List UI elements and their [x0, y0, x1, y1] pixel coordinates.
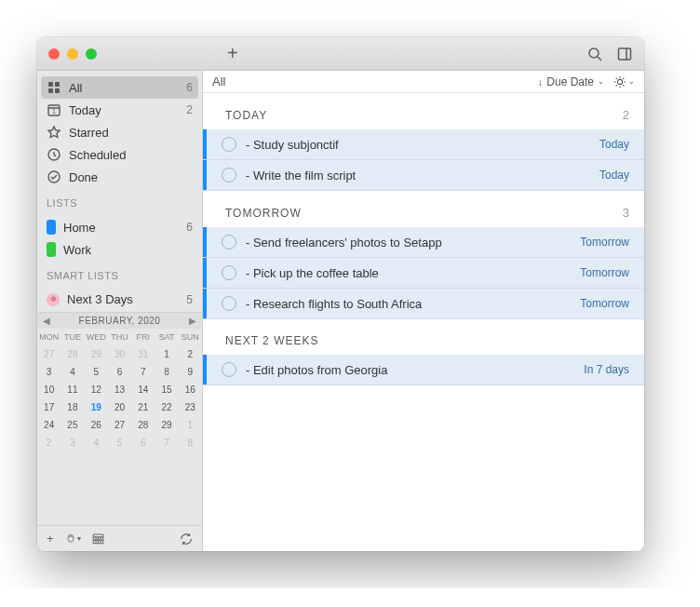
cal-day[interactable]: 15 [155, 381, 178, 398]
cal-day[interactable]: 5 [108, 434, 131, 452]
cal-day[interactable]: 11 [61, 381, 84, 398]
calendar-1-icon: 1 [47, 102, 61, 117]
cal-day[interactable]: 31 [131, 345, 155, 363]
cal-day[interactable]: 13 [108, 381, 131, 398]
calendar-toggle-button[interactable] [92, 533, 104, 545]
cal-day[interactable]: 28 [61, 345, 84, 363]
cal-day[interactable]: 27 [37, 345, 61, 363]
cal-day[interactable]: 4 [61, 363, 84, 381]
sync-button[interactable] [180, 533, 193, 546]
cal-day[interactable]: 29 [155, 416, 178, 434]
cal-day[interactable]: 5 [85, 363, 108, 381]
cal-day[interactable]: 8 [179, 434, 202, 452]
task-row[interactable]: - Edit photos from GeorgiaIn 7 days [203, 355, 644, 385]
check-icon [47, 169, 61, 184]
task-due: In 7 days [584, 363, 629, 376]
cal-prev-button[interactable]: ◀ [43, 316, 50, 326]
cal-day[interactable]: 25 [61, 416, 84, 434]
cal-day[interactable]: 2 [179, 345, 202, 363]
close-button[interactable] [48, 48, 60, 60]
lists-header: LISTS [37, 190, 202, 210]
sidebar-item-starred[interactable]: Starred [37, 121, 202, 143]
svg-point-19 [617, 79, 622, 84]
cal-day[interactable]: 30 [108, 345, 131, 363]
cal-day[interactable]: 24 [37, 416, 61, 434]
cal-dow: SAT [155, 329, 178, 345]
cal-day[interactable]: 22 [155, 398, 178, 416]
task-row[interactable]: - Study subjonctifToday [203, 129, 644, 160]
cal-dow: TUE [61, 329, 84, 345]
cal-day[interactable]: 29 [85, 345, 108, 363]
cal-day[interactable]: 28 [131, 416, 155, 434]
cal-dow: SUN [179, 329, 202, 345]
task-checkbox[interactable] [222, 296, 236, 311]
view-options-button[interactable]: ⌄ [613, 75, 635, 88]
sidebar-item-all[interactable]: All6 [41, 76, 198, 99]
task-row[interactable]: - Pick up the coffee tableTomorrow [203, 258, 644, 289]
task-due: Today [599, 138, 629, 151]
svg-line-24 [616, 77, 617, 78]
cal-day[interactable]: 16 [179, 381, 202, 398]
task-title: - Send freelancers' photos to Setapp [246, 236, 580, 250]
cal-day[interactable]: 18 [61, 398, 84, 416]
task-checkbox[interactable] [222, 265, 236, 280]
sidebar: All61Today2StarredScheduledDone LISTS Ho… [37, 71, 203, 551]
list-title: All [212, 74, 538, 88]
sidebar-item-scheduled[interactable]: Scheduled [37, 143, 202, 166]
add-task-button[interactable]: + [227, 43, 238, 64]
cal-day[interactable]: 19 [85, 398, 108, 416]
cal-dow: MON [37, 329, 61, 345]
task-row[interactable]: - Write the film scriptToday [203, 160, 644, 191]
cal-day[interactable]: 12 [85, 381, 108, 398]
zoom-button[interactable] [86, 48, 97, 60]
task-checkbox[interactable] [222, 235, 236, 250]
cal-next-button[interactable]: ▶ [189, 316, 196, 326]
sidebar-footer: + ▾ [37, 525, 202, 551]
task-checkbox[interactable] [222, 362, 236, 377]
cal-day[interactable]: 6 [108, 363, 131, 381]
cal-day[interactable]: 14 [131, 381, 155, 398]
sidebar-smartlist[interactable]: ✽Next 3 Days5 [37, 289, 202, 310]
sidebar-item-count: 5 [186, 293, 193, 306]
panel-toggle-icon[interactable] [616, 46, 633, 62]
cal-day[interactable]: 1 [155, 345, 178, 363]
task-checkbox[interactable] [222, 168, 236, 182]
cal-day[interactable]: 26 [85, 416, 108, 434]
cal-dow: WED [85, 329, 108, 345]
section-count: 2 [623, 108, 629, 122]
cal-day[interactable]: 10 [37, 381, 61, 398]
settings-button[interactable]: ▾ [65, 533, 81, 545]
titlebar: + [37, 37, 644, 71]
cal-day[interactable]: 17 [37, 398, 61, 416]
cal-day[interactable]: 23 [179, 398, 202, 416]
minimize-button[interactable] [67, 48, 78, 60]
task-checkbox[interactable] [222, 137, 236, 152]
cal-day[interactable]: 1 [179, 416, 202, 434]
sidebar-item-today[interactable]: 1Today2 [37, 99, 202, 121]
sort-menu[interactable]: ↓ Due Date ⌄ [538, 75, 604, 88]
cal-day[interactable]: 20 [108, 398, 131, 416]
cal-day[interactable]: 7 [155, 434, 178, 452]
cal-day[interactable]: 2 [37, 434, 61, 452]
cal-day[interactable]: 8 [155, 363, 178, 381]
cal-day[interactable]: 7 [131, 363, 155, 381]
section-count: 3 [623, 206, 629, 220]
section-header: NEXT 2 WEEKS [203, 319, 644, 355]
cal-day[interactable]: 4 [85, 434, 108, 452]
cal-day[interactable]: 27 [108, 416, 131, 434]
cal-day[interactable]: 21 [131, 398, 155, 416]
task-title: - Pick up the coffee table [246, 266, 580, 280]
cal-day[interactable]: 3 [37, 363, 61, 381]
task-due: Today [599, 169, 629, 182]
add-list-button[interactable]: + [47, 532, 54, 546]
task-row[interactable]: - Research flights to South AfricaTomorr… [203, 289, 644, 319]
sidebar-list-home[interactable]: Home6 [37, 216, 202, 238]
search-icon[interactable] [586, 46, 603, 62]
sidebar-list-work[interactable]: Work [37, 238, 202, 261]
sidebar-item-done[interactable]: Done [37, 166, 202, 188]
cal-day[interactable]: 3 [61, 434, 84, 452]
cal-day[interactable]: 9 [179, 363, 202, 381]
task-row[interactable]: - Send freelancers' photos to SetappTomo… [203, 227, 644, 258]
task-accent [203, 355, 207, 384]
cal-day[interactable]: 6 [131, 434, 155, 452]
